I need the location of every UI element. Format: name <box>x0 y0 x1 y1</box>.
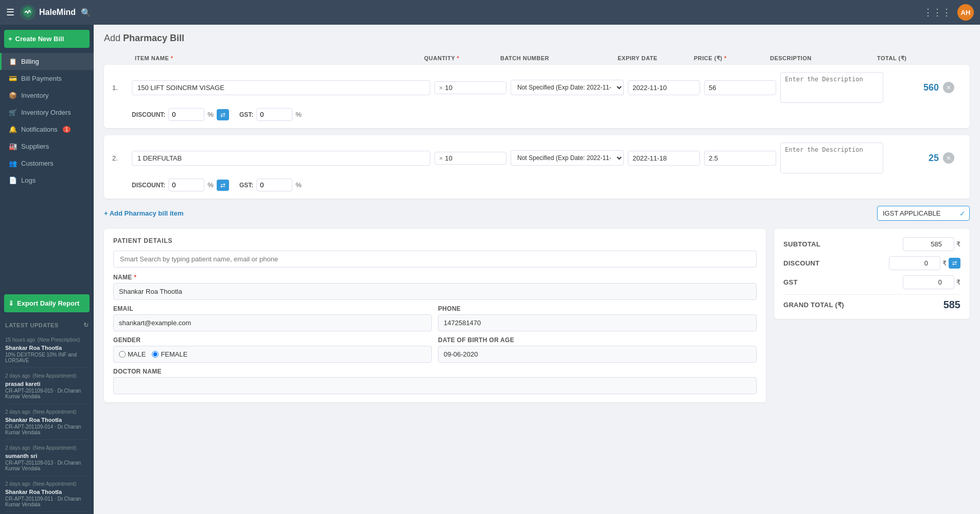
subtotal-rupee: ₹ <box>956 240 960 248</box>
discount-swap-1[interactable]: ⇄ <box>217 109 229 120</box>
gender-female-option[interactable]: FEMALE <box>152 350 187 358</box>
discount-summary-input[interactable] <box>889 256 940 270</box>
update-item-4: 2 days ago (New Appointment) sumanth sri… <box>5 440 89 476</box>
discount-input-2[interactable] <box>168 179 204 191</box>
gender-male-radio[interactable] <box>119 351 126 358</box>
discount-input-wrap: ₹ ⇄ <box>889 256 960 270</box>
page-title-prefix: Add <box>104 33 120 43</box>
col-description: DESCRIPTION <box>770 55 873 62</box>
create-bill-button[interactable]: + Create New Bill <box>4 30 90 48</box>
igst-select[interactable]: IGST APPLICABLE <box>877 206 970 221</box>
sidebar-item-notifications[interactable]: 🔔 Notifications 1 <box>0 121 94 138</box>
sidebar-item-logs-label: Logs <box>21 176 36 184</box>
latest-updates-title: LATEST UPDATES <box>5 322 59 328</box>
discount-swap-2[interactable]: ⇄ <box>217 180 229 191</box>
email-input[interactable] <box>113 314 432 331</box>
gender-male-option[interactable]: MALE <box>119 350 146 358</box>
price-input-2[interactable] <box>704 151 776 166</box>
patient-card: PATIENT DETAILS NAME * EMAIL PHONE <box>104 229 766 402</box>
remove-item-1-button[interactable]: × <box>943 82 954 93</box>
discount-input-1[interactable] <box>168 108 204 121</box>
price-input-1[interactable] <box>704 80 776 95</box>
topbar: ☰ HaleMind 🔍 ⋮⋮⋮ AH <box>0 0 980 25</box>
gst-summary-input[interactable] <box>903 275 954 289</box>
expiry-input-1[interactable] <box>628 80 700 95</box>
desc-input-1[interactable] <box>780 72 883 103</box>
patient-card-title: PATIENT DETAILS <box>113 237 757 244</box>
sidebar-item-bill-payments[interactable]: 💳 Bill Payments <box>0 70 94 87</box>
gst-input-1[interactable] <box>256 108 292 121</box>
batch-select-1[interactable]: Not Specified (Exp Date: 2022-11-10) <box>511 80 624 95</box>
subtotal-input[interactable] <box>903 237 954 251</box>
subtotal-row: SUBTOTAL ₹ <box>783 237 960 251</box>
sidebar-item-inventory-orders[interactable]: 🛒 Inventory Orders <box>0 104 94 121</box>
sidebar-item-customers-label: Customers <box>21 159 54 167</box>
subtotal-label: SUBTOTAL <box>783 240 820 248</box>
export-btn-label: Export Daily Report <box>17 299 79 307</box>
suppliers-icon: 🏭 <box>9 143 17 150</box>
update-time-1: 15 hours ago <box>5 337 35 343</box>
col-expiry: EXPIRY DATE <box>618 55 690 62</box>
discount-row: DISCOUNT ₹ ⇄ <box>783 256 960 270</box>
patient-search-input[interactable] <box>113 251 757 268</box>
sidebar-item-inventory[interactable]: 📦 Inventory <box>0 87 94 104</box>
batch-select-2[interactable]: Not Specified (Exp Date: 2022-11-18) <box>511 150 624 166</box>
phone-input[interactable] <box>438 314 757 331</box>
update-item-5: 2 days ago (New Appointment) Shankar Roa… <box>5 476 89 512</box>
qty-input-1[interactable] <box>445 84 466 92</box>
export-daily-report-button[interactable]: ⇓ Export Daily Report <box>4 294 90 312</box>
grand-total-value: 585 <box>943 299 960 311</box>
discount-group-2: DISCOUNT: % ⇄ <box>132 179 229 191</box>
col-price: PRICE (₹) * <box>694 55 766 62</box>
discount-gst-row-1: DISCOUNT: % ⇄ GST: % <box>112 108 961 121</box>
grid-icon[interactable]: ⋮⋮⋮ <box>923 7 951 18</box>
sidebar-item-suppliers[interactable]: 🏭 Suppliers <box>0 138 94 155</box>
dob-input[interactable] <box>438 346 757 363</box>
page-title-main: Pharmacy Bill <box>123 33 184 43</box>
billing-icon: 📋 <box>9 58 17 65</box>
discount-rupee: ₹ <box>942 259 947 267</box>
remove-item-2-button[interactable]: × <box>943 152 954 164</box>
item-number-2: 2. <box>112 154 128 162</box>
gst-input-2[interactable] <box>256 179 292 191</box>
logo-text: HaleMind <box>39 8 76 17</box>
qty-wrap-1: × <box>434 81 506 94</box>
name-input[interactable] <box>113 283 757 300</box>
search-icon[interactable]: 🔍 <box>81 8 91 17</box>
topbar-right: ⋮⋮⋮ AH <box>923 4 974 21</box>
logo-area: HaleMind <box>20 4 76 21</box>
sidebar-item-billing[interactable]: 📋 Billing <box>0 53 94 70</box>
phone-label: PHONE <box>438 305 757 312</box>
update-type-3: (New Appointment) <box>32 409 76 415</box>
update-desc-5: CR-APT-201109-011 · Dr.Charan Kumar Vend… <box>5 496 89 507</box>
item-name-input-2[interactable] <box>132 151 430 166</box>
update-desc-3: CR-APT-201109-014 · Dr.Charan Kumar Vend… <box>5 424 89 435</box>
topbar-left: ☰ HaleMind 🔍 <box>6 4 91 21</box>
avatar[interactable]: AH <box>957 4 974 21</box>
doctor-input[interactable] <box>113 377 757 394</box>
plus-icon: + <box>8 35 12 43</box>
item-name-input-1[interactable] <box>132 80 430 95</box>
required-star-qty: * <box>457 55 460 61</box>
refresh-icon[interactable]: ↻ <box>83 322 89 329</box>
phone-group: PHONE <box>438 305 757 331</box>
item-number-1: 1. <box>112 84 128 92</box>
name-label: NAME * <box>113 274 757 281</box>
sidebar-item-customers[interactable]: 👥 Customers <box>0 155 94 172</box>
discount-swap-summary[interactable]: ⇄ <box>949 258 960 269</box>
qty-input-2[interactable] <box>445 154 466 162</box>
gender-dob-row: GENDER MALE FEMALE DATE OF BIRTH OR AGE <box>113 336 757 363</box>
expiry-input-2[interactable] <box>628 151 700 166</box>
add-item-row: + Add Pharmacy bill item IGST APPLICABLE… <box>104 206 970 221</box>
notifications-icon: 🔔 <box>9 126 17 133</box>
bill-payments-icon: 💳 <box>9 75 17 82</box>
gender-female-radio[interactable] <box>152 351 159 358</box>
update-item-2: 2 days ago (New Appointment) prasad kare… <box>5 368 89 404</box>
desc-input-2[interactable] <box>780 143 883 173</box>
sidebar-item-logs[interactable]: 📄 Logs <box>0 172 94 189</box>
add-pharmacy-item-button[interactable]: + Add Pharmacy bill item <box>104 209 183 217</box>
email-group: EMAIL <box>113 305 432 331</box>
update-time-5: 2 days ago <box>5 481 30 487</box>
hamburger-icon[interactable]: ☰ <box>6 7 14 18</box>
igst-wrap: IGST APPLICABLE ✓ <box>877 206 970 221</box>
